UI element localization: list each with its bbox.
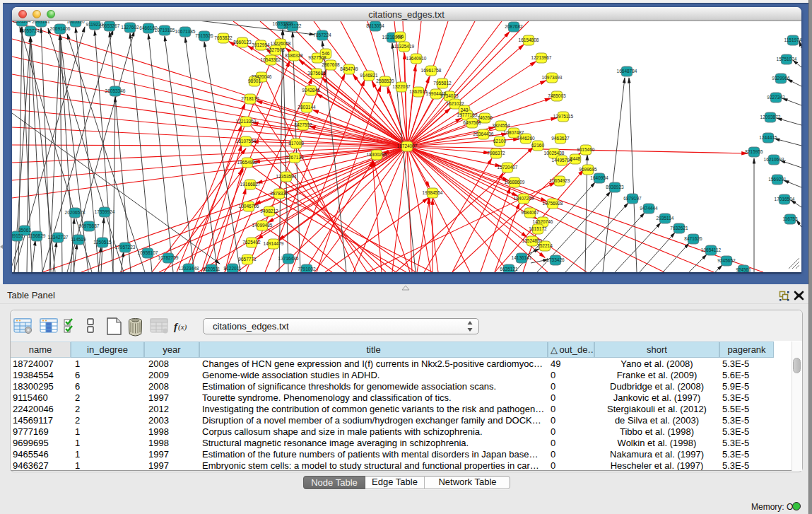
svg-text:18407249: 18407249 xyxy=(514,196,534,201)
svg-text:10807487: 10807487 xyxy=(504,130,524,135)
svg-text:1244415: 1244415 xyxy=(759,135,777,140)
svg-text:12213363: 12213363 xyxy=(236,119,257,124)
svg-text:116753: 116753 xyxy=(782,216,798,221)
svg-text:7653822: 7653822 xyxy=(214,35,233,40)
svg-text:4055724: 4055724 xyxy=(21,28,40,33)
svg-text:14520746: 14520746 xyxy=(533,219,553,224)
svg-text:7986372: 7986372 xyxy=(487,151,505,156)
svg-text:26053346: 26053346 xyxy=(105,88,126,93)
svg-text:1250515: 1250515 xyxy=(93,240,112,245)
svg-text:85061: 85061 xyxy=(18,228,31,233)
svg-text:18724007: 18724007 xyxy=(397,144,418,148)
svg-text:906: 906 xyxy=(396,34,404,39)
svg-text:9463627: 9463627 xyxy=(551,136,570,141)
svg-text:10719185: 10719185 xyxy=(155,28,175,33)
svg-text:3912954: 3912954 xyxy=(252,42,270,47)
svg-text:10025438: 10025438 xyxy=(544,151,565,156)
svg-text:8186328: 8186328 xyxy=(285,53,303,58)
svg-text:7485003: 7485003 xyxy=(548,93,566,98)
svg-text:1322037: 1322037 xyxy=(392,84,411,89)
svg-text:19777169: 19777169 xyxy=(457,112,478,117)
svg-text:12093872: 12093872 xyxy=(760,115,781,119)
svg-text:9474444: 9474444 xyxy=(640,206,658,211)
svg-text:2093141: 2093141 xyxy=(32,21,50,24)
svg-text:15720407: 15720407 xyxy=(498,165,518,170)
svg-text:19166827: 19166827 xyxy=(240,182,261,187)
svg-text:1733426: 1733426 xyxy=(546,257,565,262)
svg-text:7632621: 7632621 xyxy=(670,226,688,230)
svg-text:90975887: 90975887 xyxy=(79,223,100,228)
svg-text:9245652: 9245652 xyxy=(717,258,736,263)
svg-text:746266: 746266 xyxy=(477,115,493,120)
svg-text:10671385: 10671385 xyxy=(175,29,196,34)
svg-text:16107554: 16107554 xyxy=(236,139,257,144)
svg-text:9115460: 9115460 xyxy=(577,147,595,152)
svg-text:10973493: 10973493 xyxy=(542,75,563,80)
svg-text:9146821: 9146821 xyxy=(360,73,378,78)
svg-text:17016504: 17016504 xyxy=(775,197,795,201)
svg-text:12023448: 12023448 xyxy=(179,266,199,271)
svg-text:8938923: 8938923 xyxy=(606,185,624,189)
svg-text:1327602: 1327602 xyxy=(121,25,139,30)
svg-text:17957223: 17957223 xyxy=(115,245,136,250)
svg-text:16210693: 16210693 xyxy=(764,157,784,162)
svg-text:14136141: 14136141 xyxy=(512,255,532,260)
svg-text:243: 243 xyxy=(461,107,469,112)
svg-text:11325419: 11325419 xyxy=(394,44,415,49)
svg-text:1621022: 1621022 xyxy=(446,101,464,106)
svg-text:1615172: 1615172 xyxy=(529,226,547,231)
svg-text:9734023: 9734023 xyxy=(440,93,459,98)
svg-text:10782759: 10782759 xyxy=(158,255,179,260)
svg-text:9657771: 9657771 xyxy=(238,257,257,262)
svg-text:3824554: 3824554 xyxy=(492,123,510,128)
svg-text:3875685: 3875685 xyxy=(307,71,326,76)
svg-text:12353594: 12353594 xyxy=(276,174,297,179)
svg-text:1362615: 1362615 xyxy=(409,89,428,94)
svg-text:7625402: 7625402 xyxy=(242,240,261,245)
svg-text:817008: 817008 xyxy=(288,141,304,146)
svg-text:6497568: 6497568 xyxy=(463,120,481,125)
svg-text:8448: 8448 xyxy=(570,156,581,161)
svg-text:14099485: 14099485 xyxy=(252,223,273,228)
svg-text:10046706: 10046706 xyxy=(239,204,259,209)
svg-text:2867608: 2867608 xyxy=(322,62,340,67)
svg-text:13716485: 13716485 xyxy=(278,256,299,261)
svg-text:546: 546 xyxy=(322,51,330,56)
svg-text:10654923: 10654923 xyxy=(550,178,570,183)
svg-text:10958107: 10958107 xyxy=(138,250,158,255)
svg-text:10688609: 10688609 xyxy=(505,180,525,185)
svg-text:16961758: 16961758 xyxy=(421,68,442,73)
svg-text:8215955: 8215955 xyxy=(745,149,763,154)
svg-text:3878332: 3878332 xyxy=(270,191,288,196)
svg-text:13226058: 13226058 xyxy=(271,41,291,46)
svg-text:39151: 39151 xyxy=(12,233,23,238)
svg-text:9684067: 9684067 xyxy=(521,210,539,215)
svg-text:1640954: 1640954 xyxy=(590,175,608,180)
svg-text:9242845: 9242845 xyxy=(302,88,320,93)
svg-text:9327508: 9327508 xyxy=(308,55,326,60)
svg-text:19756928: 19756928 xyxy=(543,201,563,206)
svg-text:62160: 62160 xyxy=(531,143,544,148)
svg-text:9220511: 9220511 xyxy=(203,267,220,271)
svg-text:8351104: 8351104 xyxy=(13,21,31,23)
svg-text:12975115: 12975115 xyxy=(553,114,574,119)
svg-text:62100: 62100 xyxy=(493,139,506,144)
svg-text:9329966: 9329966 xyxy=(772,76,790,81)
svg-text:13524851: 13524851 xyxy=(522,238,543,243)
svg-text:8454749: 8454749 xyxy=(340,66,358,71)
svg-text:8660123: 8660123 xyxy=(233,40,252,45)
svg-text:7857224: 7857224 xyxy=(313,33,331,37)
svg-text:1065320: 1065320 xyxy=(66,21,85,24)
svg-text:19654982: 19654982 xyxy=(237,160,258,165)
svg-text:1156829: 1156829 xyxy=(28,233,46,238)
svg-text:12213967: 12213967 xyxy=(531,55,552,60)
svg-text:1569291: 1569291 xyxy=(768,177,787,182)
svg-text:98901: 98901 xyxy=(248,78,261,83)
svg-text:9327503: 9327503 xyxy=(266,47,285,52)
svg-text:8427552: 8427552 xyxy=(294,122,312,127)
svg-text:9227343: 9227343 xyxy=(767,95,785,100)
svg-text:2935114: 2935114 xyxy=(657,216,674,221)
svg-text:7515526: 7515526 xyxy=(195,33,213,38)
svg-text:8813054: 8813054 xyxy=(366,23,384,28)
svg-text:9699695: 9699695 xyxy=(579,167,597,172)
